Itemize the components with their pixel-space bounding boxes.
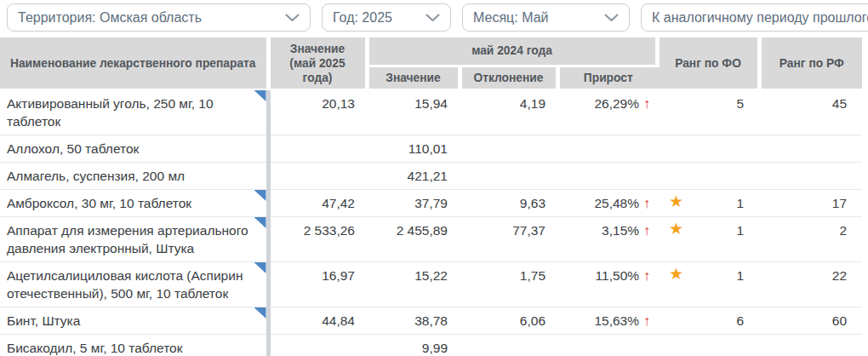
table-row: Ацетилсалициловая кислота (Аспирин отече… [0,262,862,307]
deviation-cell [460,335,557,356]
drug-name-cell: Аппарат для измерения артериального давл… [0,217,268,262]
value-2024-cell: 15,94 [367,89,460,135]
rank-rf-cell: 2 [759,217,862,262]
rank-fo-cell [657,335,759,356]
rank-rf-cell: 45 [759,89,862,135]
growth-cell: 15,63%↑ [557,307,657,335]
value-2024-cell: 15,22 [367,262,460,307]
note-corner-marker-icon [254,217,266,228]
drug-name-cell: Алмагель, суспензия, 200 мл [0,163,268,190]
top-rank-star-icon: ★ [669,192,683,210]
growth-cell [557,335,657,356]
deviation-cell [460,135,557,163]
deviation-cell: 9,63 [460,190,557,217]
table-body: Активированный уголь, 250 мг, 10 таблето… [0,89,862,356]
note-corner-marker-icon [254,307,266,319]
rank-fo-cell [657,163,759,190]
rank-rf-cell: 22 [759,262,862,307]
month-select[interactable]: Месяц: Май [462,3,630,32]
deviation-cell: 6,06 [460,307,557,335]
drug-name-cell: Активированный уголь, 250 мг, 10 таблето… [0,89,268,135]
comparison-select-label: К аналогичному периоду прошлого [652,10,868,26]
value-2025-cell: 47,42 [268,190,367,217]
filter-bar: Территория: Омская область Год: 2025 Мес… [0,0,868,37]
column-header-value-2025: Значение (май 2025 года) [268,37,367,89]
dashboard-screen: Территория: Омская область Год: 2025 Мес… [0,0,868,356]
value-2024-cell: 37,79 [367,190,460,217]
value-2025-cell: 16,97 [268,262,367,307]
deviation-cell [460,163,557,190]
drug-price-table: Наименование лекарственного препарата Зн… [0,37,862,356]
value-2024-cell: 2 455,89 [367,217,460,262]
rank-fo-cell [657,135,759,163]
drug-name-cell: Ацетилсалициловая кислота (Аспирин отече… [0,262,268,307]
territory-select[interactable]: Территория: Омская область [7,3,311,32]
rank-rf-cell [759,163,862,190]
chevron-down-icon [285,14,300,22]
growth-cell: 11,50%↑ [557,262,657,307]
note-corner-marker-icon [254,262,266,273]
year-select[interactable]: Год: 2025 [322,3,451,32]
column-header-name: Наименование лекарственного препарата [0,37,268,89]
growth-cell [557,163,657,190]
table-header: Наименование лекарственного препарата Зн… [0,37,862,89]
table-row: Алмагель, суспензия, 200 мл 421,21 [0,163,862,190]
rank-fo-cell: 6 [657,307,759,335]
value-2025-cell [268,135,367,163]
drug-name-cell: Аллохол, 50 таблеток [0,135,268,163]
value-2025-cell: 20,13 [268,89,367,135]
column-header-rank-rf: Ранг по РФ [759,37,862,89]
value-2024-cell: 421,21 [367,163,460,190]
column-header-growth: Прирост [557,66,657,89]
drug-name-cell: Бинт, Штука [0,307,268,335]
value-2024-cell: 110,01 [367,135,460,163]
growth-cell [557,135,657,163]
rank-fo-cell: ★1 [657,262,759,307]
rank-rf-cell: 60 [759,307,862,335]
column-header-rank-fo: Ранг по ФО [657,37,759,89]
growth-up-arrow-icon: ↑ [643,96,650,111]
table-row: Активированный уголь, 250 мг, 10 таблето… [0,89,862,135]
rank-rf-cell [759,335,862,356]
drug-name-cell: Бисакодил, 5 мг, 10 таблеток [0,335,268,356]
note-corner-marker-icon [254,190,266,201]
value-2024-cell: 38,78 [367,307,460,335]
column-header-deviation: Отклонение [460,66,557,89]
top-rank-star-icon: ★ [669,265,683,283]
top-rank-star-icon: ★ [669,220,683,238]
comparison-select[interactable]: К аналогичному периоду прошлого [641,3,868,32]
column-header-value-2024: Значение [367,66,460,89]
growth-cell: 3,15%↑ [557,217,657,262]
growth-up-arrow-icon: ↑ [643,268,650,283]
rank-fo-cell: ★1 [657,190,759,217]
growth-cell: 26,29%↑ [557,89,657,135]
value-2024-cell: 9,99 [367,335,460,356]
growth-up-arrow-icon: ↑ [643,223,650,238]
growth-cell: 25,48%↑ [557,190,657,217]
growth-up-arrow-icon: ↑ [643,196,650,210]
drug-name-cell: Амброксол, 30 мг, 10 таблеток [0,190,268,217]
chevron-down-icon [425,14,440,22]
column-header-group-may-2024: май 2024 года [367,37,657,66]
table-row: Аппарат для измерения артериального давл… [0,217,862,262]
territory-select-label: Территория: Омская область [18,10,202,26]
table-row: Аллохол, 50 таблеток 110,01 [0,135,862,163]
table-row: Амброксол, 30 мг, 10 таблеток 47,42 37,7… [0,190,862,217]
month-select-label: Месяц: Май [473,10,548,26]
note-corner-marker-icon [254,90,266,101]
growth-up-arrow-icon: ↑ [643,313,650,328]
table-row: Бисакодил, 5 мг, 10 таблеток 9,99 [0,335,862,356]
rank-fo-cell: ★1 [657,217,759,262]
rank-rf-cell: 17 [759,190,862,217]
year-select-label: Год: 2025 [333,10,392,26]
value-2025-cell [268,163,367,190]
value-2025-cell: 44,84 [268,307,367,335]
chevron-down-icon [604,14,619,22]
deviation-cell: 77,37 [460,217,557,262]
rank-fo-cell: 5 [657,89,759,135]
deviation-cell: 1,75 [460,262,557,307]
table-row: Бинт, Штука 44,84 38,78 6,06 15,63%↑ 6 6… [0,307,862,335]
rank-rf-cell [759,135,862,163]
deviation-cell: 4,19 [460,89,557,135]
value-2025-cell [268,335,367,356]
